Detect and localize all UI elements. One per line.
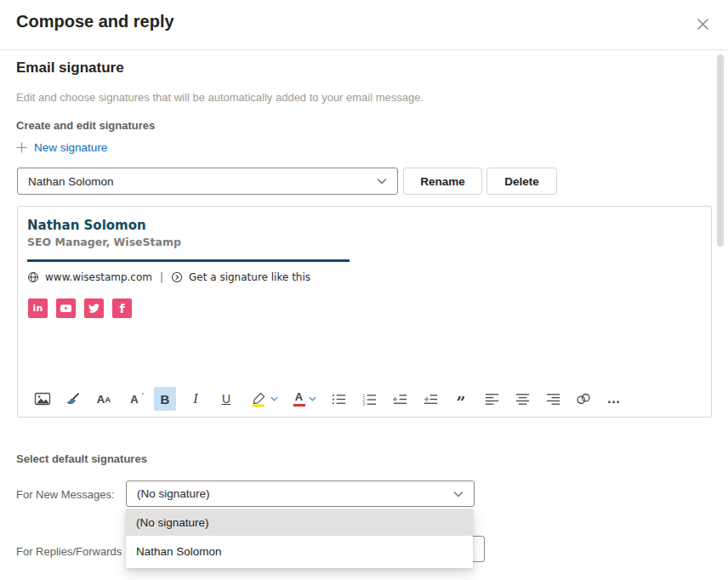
font-icon[interactable]: AA (93, 387, 115, 411)
linkedin-icon: in (28, 299, 48, 318)
font-size-icon[interactable]: A◦ (123, 387, 145, 411)
youtube-icon (56, 299, 76, 318)
signature-dropdown-menu: (No signature) Nathan Solomon (126, 508, 473, 568)
new-signature-button[interactable]: New signature (16, 141, 107, 154)
underline-button[interactable]: U (215, 387, 237, 411)
italic-button[interactable]: I (185, 387, 207, 411)
for-replies-forwards-label: For Replies/Forwards (16, 545, 122, 558)
decrease-indent-icon[interactable] (389, 387, 411, 411)
email-signature-description: Edit and choose signatures that will be … (16, 91, 424, 104)
bulleted-list-icon[interactable] (327, 387, 350, 411)
font-color-button[interactable]: A (287, 387, 322, 411)
quote-icon[interactable]: ” (450, 387, 472, 411)
bold-button[interactable]: B (154, 387, 176, 411)
signature-name-select[interactable]: Nathan Solomon (17, 168, 398, 195)
circle-chevron-icon (171, 271, 183, 283)
for-new-messages-label: For New Messages: (16, 488, 115, 501)
new-signature-label: New signature (34, 141, 107, 154)
more-options-icon[interactable]: … (603, 387, 625, 411)
signature-links-row: www.wisestamp.com | Get a signature like… (27, 270, 310, 285)
close-icon (697, 18, 709, 31)
signature-name-text: Nathan Solomon (27, 218, 146, 233)
increase-indent-icon[interactable] (419, 387, 441, 411)
chevron-down-icon (453, 491, 474, 498)
signature-name-value: Nathan Solomon (18, 175, 377, 188)
align-right-icon[interactable] (542, 387, 564, 411)
format-painter-icon[interactable] (62, 387, 84, 411)
numbered-list-icon[interactable]: 1 2 3 (358, 387, 380, 411)
pipe-separator: | (158, 271, 165, 283)
rename-button[interactable]: Rename (403, 168, 482, 195)
insert-link-icon[interactable] (572, 387, 594, 411)
delete-button[interactable]: Delete (486, 168, 557, 195)
svg-text:3: 3 (361, 401, 365, 407)
signature-editor[interactable]: Nathan Solomon SEO Manager, WiseStamp ww… (17, 206, 712, 418)
signature-divider-line (27, 259, 350, 262)
compose-and-reply-panel: Compose and reply Email signature Edit a… (0, 0, 728, 580)
dropdown-option-nathan-solomon[interactable]: Nathan Solomon (126, 536, 473, 566)
header-divider (0, 49, 728, 50)
get-signature-cta: Get a signature like this (189, 271, 310, 283)
vertical-scrollbar-thumb[interactable] (717, 54, 724, 247)
chevron-down-icon (270, 396, 278, 401)
for-new-messages-value: (No signature) (127, 487, 453, 500)
close-button[interactable] (691, 12, 714, 36)
editor-toolbar: AA A◦ B I U (18, 382, 711, 416)
for-new-messages-select[interactable]: (No signature) (126, 480, 475, 507)
align-center-icon[interactable] (511, 387, 533, 411)
create-edit-label: Create and edit signatures (16, 119, 155, 132)
align-left-icon[interactable] (481, 387, 503, 411)
chevron-down-icon (377, 178, 397, 185)
insert-image-icon[interactable] (31, 387, 54, 411)
text-highlight-button[interactable] (246, 387, 282, 411)
social-icons-row: in f (28, 299, 132, 318)
dropdown-option-no-signature[interactable]: (No signature) (126, 509, 473, 536)
select-default-signatures-heading: Select default signatures (16, 452, 147, 465)
globe-icon (27, 271, 39, 283)
twitter-icon (84, 299, 104, 318)
email-signature-heading: Email signature (16, 60, 124, 77)
signature-job-title: SEO Manager, WiseStamp (27, 236, 181, 248)
plus-icon (16, 142, 27, 153)
chevron-down-icon (309, 396, 316, 401)
facebook-icon: f (112, 299, 132, 318)
page-title: Compose and reply (16, 12, 174, 31)
website-link: www.wisestamp.com (45, 271, 152, 283)
